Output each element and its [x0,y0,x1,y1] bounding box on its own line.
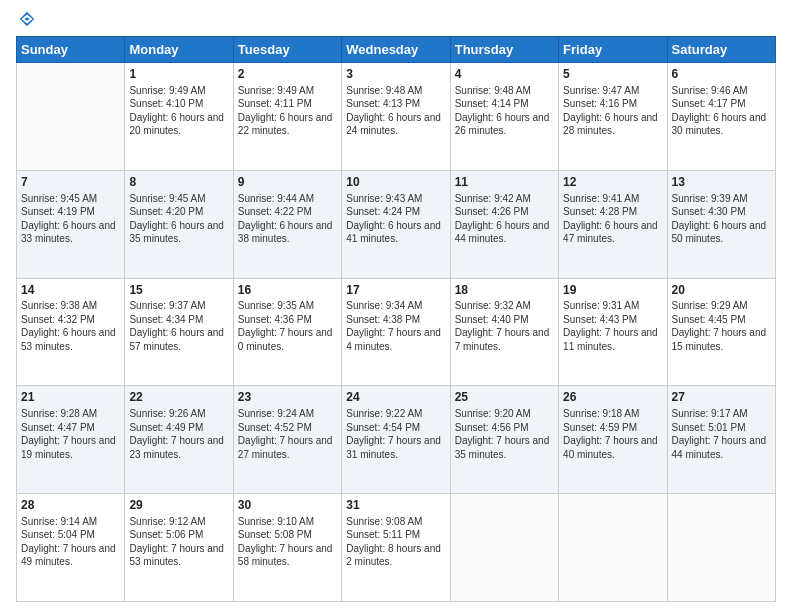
calendar-cell: 15Sunrise: 9:37 AMSunset: 4:34 PMDayligh… [125,278,233,386]
day-info: Sunrise: 9:08 AMSunset: 5:11 PMDaylight:… [346,515,445,569]
day-info: Sunrise: 9:47 AMSunset: 4:16 PMDaylight:… [563,84,662,138]
day-number: 25 [455,389,554,406]
calendar-week-1: 1Sunrise: 9:49 AMSunset: 4:10 PMDaylight… [17,63,776,171]
day-number: 29 [129,497,228,514]
day-info: Sunrise: 9:18 AMSunset: 4:59 PMDaylight:… [563,407,662,461]
calendar-cell: 4Sunrise: 9:48 AMSunset: 4:14 PMDaylight… [450,63,558,171]
calendar-header-sunday: Sunday [17,37,125,63]
calendar-cell: 5Sunrise: 9:47 AMSunset: 4:16 PMDaylight… [559,63,667,171]
calendar-cell: 26Sunrise: 9:18 AMSunset: 4:59 PMDayligh… [559,386,667,494]
day-number: 24 [346,389,445,406]
calendar-header-row: SundayMondayTuesdayWednesdayThursdayFrid… [17,37,776,63]
calendar-cell: 2Sunrise: 9:49 AMSunset: 4:11 PMDaylight… [233,63,341,171]
day-number: 26 [563,389,662,406]
day-number: 8 [129,174,228,191]
logo-text [16,10,36,28]
day-number: 17 [346,282,445,299]
calendar-cell: 6Sunrise: 9:46 AMSunset: 4:17 PMDaylight… [667,63,775,171]
day-number: 30 [238,497,337,514]
day-number: 12 [563,174,662,191]
calendar-cell: 30Sunrise: 9:10 AMSunset: 5:08 PMDayligh… [233,494,341,602]
day-info: Sunrise: 9:49 AMSunset: 4:10 PMDaylight:… [129,84,228,138]
logo [16,10,36,28]
day-number: 22 [129,389,228,406]
day-info: Sunrise: 9:45 AMSunset: 4:19 PMDaylight:… [21,192,120,246]
calendar-week-5: 28Sunrise: 9:14 AMSunset: 5:04 PMDayligh… [17,494,776,602]
day-info: Sunrise: 9:22 AMSunset: 4:54 PMDaylight:… [346,407,445,461]
calendar-cell: 12Sunrise: 9:41 AMSunset: 4:28 PMDayligh… [559,170,667,278]
day-info: Sunrise: 9:34 AMSunset: 4:38 PMDaylight:… [346,299,445,353]
calendar-header-wednesday: Wednesday [342,37,450,63]
calendar-header-saturday: Saturday [667,37,775,63]
calendar-cell: 1Sunrise: 9:49 AMSunset: 4:10 PMDaylight… [125,63,233,171]
day-info: Sunrise: 9:35 AMSunset: 4:36 PMDaylight:… [238,299,337,353]
day-info: Sunrise: 9:31 AMSunset: 4:43 PMDaylight:… [563,299,662,353]
calendar: SundayMondayTuesdayWednesdayThursdayFrid… [16,36,776,602]
day-number: 18 [455,282,554,299]
calendar-cell: 8Sunrise: 9:45 AMSunset: 4:20 PMDaylight… [125,170,233,278]
calendar-cell: 10Sunrise: 9:43 AMSunset: 4:24 PMDayligh… [342,170,450,278]
calendar-cell: 31Sunrise: 9:08 AMSunset: 5:11 PMDayligh… [342,494,450,602]
calendar-cell [667,494,775,602]
calendar-header-monday: Monday [125,37,233,63]
calendar-header-thursday: Thursday [450,37,558,63]
day-number: 7 [21,174,120,191]
day-info: Sunrise: 9:28 AMSunset: 4:47 PMDaylight:… [21,407,120,461]
logo-icon [18,10,36,28]
calendar-week-2: 7Sunrise: 9:45 AMSunset: 4:19 PMDaylight… [17,170,776,278]
day-number: 14 [21,282,120,299]
calendar-cell: 11Sunrise: 9:42 AMSunset: 4:26 PMDayligh… [450,170,558,278]
day-number: 21 [21,389,120,406]
day-number: 11 [455,174,554,191]
calendar-cell: 20Sunrise: 9:29 AMSunset: 4:45 PMDayligh… [667,278,775,386]
day-number: 27 [672,389,771,406]
calendar-header-friday: Friday [559,37,667,63]
calendar-week-4: 21Sunrise: 9:28 AMSunset: 4:47 PMDayligh… [17,386,776,494]
calendar-cell: 24Sunrise: 9:22 AMSunset: 4:54 PMDayligh… [342,386,450,494]
day-number: 19 [563,282,662,299]
day-info: Sunrise: 9:24 AMSunset: 4:52 PMDaylight:… [238,407,337,461]
day-info: Sunrise: 9:48 AMSunset: 4:13 PMDaylight:… [346,84,445,138]
calendar-cell [559,494,667,602]
day-info: Sunrise: 9:17 AMSunset: 5:01 PMDaylight:… [672,407,771,461]
day-number: 4 [455,66,554,83]
calendar-cell [17,63,125,171]
day-number: 28 [21,497,120,514]
day-info: Sunrise: 9:43 AMSunset: 4:24 PMDaylight:… [346,192,445,246]
day-info: Sunrise: 9:32 AMSunset: 4:40 PMDaylight:… [455,299,554,353]
day-number: 5 [563,66,662,83]
header [16,10,776,28]
calendar-cell: 13Sunrise: 9:39 AMSunset: 4:30 PMDayligh… [667,170,775,278]
day-number: 20 [672,282,771,299]
calendar-cell: 27Sunrise: 9:17 AMSunset: 5:01 PMDayligh… [667,386,775,494]
day-info: Sunrise: 9:10 AMSunset: 5:08 PMDaylight:… [238,515,337,569]
day-number: 16 [238,282,337,299]
day-info: Sunrise: 9:29 AMSunset: 4:45 PMDaylight:… [672,299,771,353]
day-info: Sunrise: 9:48 AMSunset: 4:14 PMDaylight:… [455,84,554,138]
day-number: 9 [238,174,337,191]
day-number: 6 [672,66,771,83]
day-info: Sunrise: 9:38 AMSunset: 4:32 PMDaylight:… [21,299,120,353]
calendar-cell: 21Sunrise: 9:28 AMSunset: 4:47 PMDayligh… [17,386,125,494]
day-info: Sunrise: 9:12 AMSunset: 5:06 PMDaylight:… [129,515,228,569]
day-number: 10 [346,174,445,191]
calendar-cell: 14Sunrise: 9:38 AMSunset: 4:32 PMDayligh… [17,278,125,386]
day-number: 15 [129,282,228,299]
calendar-cell: 25Sunrise: 9:20 AMSunset: 4:56 PMDayligh… [450,386,558,494]
day-info: Sunrise: 9:20 AMSunset: 4:56 PMDaylight:… [455,407,554,461]
day-number: 13 [672,174,771,191]
day-info: Sunrise: 9:46 AMSunset: 4:17 PMDaylight:… [672,84,771,138]
day-info: Sunrise: 9:49 AMSunset: 4:11 PMDaylight:… [238,84,337,138]
calendar-cell: 19Sunrise: 9:31 AMSunset: 4:43 PMDayligh… [559,278,667,386]
day-info: Sunrise: 9:42 AMSunset: 4:26 PMDaylight:… [455,192,554,246]
calendar-cell: 17Sunrise: 9:34 AMSunset: 4:38 PMDayligh… [342,278,450,386]
calendar-cell: 22Sunrise: 9:26 AMSunset: 4:49 PMDayligh… [125,386,233,494]
day-number: 23 [238,389,337,406]
day-number: 31 [346,497,445,514]
calendar-cell: 18Sunrise: 9:32 AMSunset: 4:40 PMDayligh… [450,278,558,386]
page: SundayMondayTuesdayWednesdayThursdayFrid… [0,0,792,612]
calendar-header-tuesday: Tuesday [233,37,341,63]
calendar-cell: 3Sunrise: 9:48 AMSunset: 4:13 PMDaylight… [342,63,450,171]
day-info: Sunrise: 9:45 AMSunset: 4:20 PMDaylight:… [129,192,228,246]
day-info: Sunrise: 9:14 AMSunset: 5:04 PMDaylight:… [21,515,120,569]
